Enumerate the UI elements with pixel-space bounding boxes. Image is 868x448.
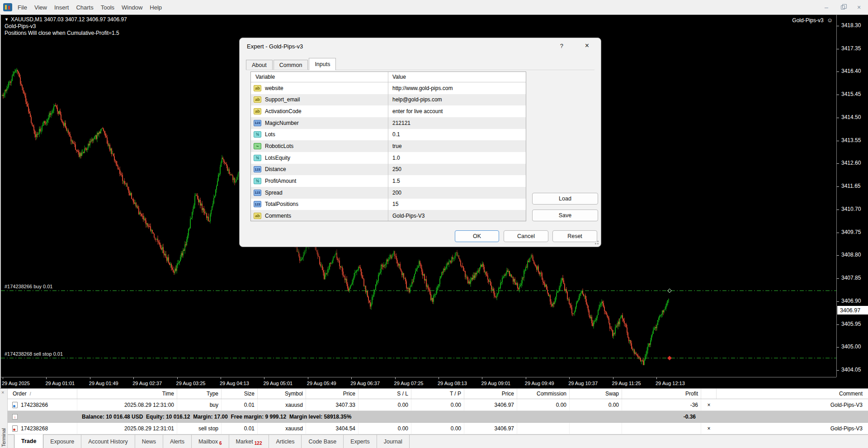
- time-axis-label: 29 Aug 08:13: [438, 381, 467, 386]
- half-type-icon: ½: [254, 155, 261, 161]
- input-row[interactable]: ~RoboticLotstrue: [251, 140, 526, 152]
- terminal-tab-articles[interactable]: Articles: [269, 435, 302, 448]
- orders-col-S / L[interactable]: S / L: [359, 389, 411, 399]
- order-cell: [570, 423, 622, 434]
- ab-type-icon: ab: [254, 96, 261, 103]
- menu-insert[interactable]: Insert: [51, 0, 73, 15]
- dialog-close-icon[interactable]: ×: [585, 42, 589, 50]
- order-row[interactable]: 1742382682025.08.29 12:31:01sell stop0.0…: [8, 423, 868, 434]
- order-id-text: 174238268: [21, 425, 48, 432]
- input-value-cell[interactable]: 1.0: [388, 152, 526, 164]
- price-axis-label: 3412.60: [841, 160, 861, 166]
- load-button[interactable]: Load: [532, 193, 598, 205]
- dialog-help-button[interactable]: ?: [560, 43, 563, 49]
- time-axis-label: 29 Aug 01:49: [89, 381, 118, 386]
- terminal-tab-journal[interactable]: Journal: [377, 435, 410, 448]
- price-axis-tick: [837, 26, 839, 26]
- menu-file[interactable]: File: [14, 0, 31, 15]
- restore-button[interactable]: [839, 4, 846, 11]
- input-value-cell[interactable]: http://www.gold-pips.com: [388, 82, 526, 94]
- input-row[interactable]: abActivationCodeenter for live account: [251, 105, 526, 117]
- input-row[interactable]: ½ProfitAmount1.5: [251, 175, 526, 187]
- close-order-button[interactable]: ×: [701, 399, 717, 410]
- orders-col-close[interactable]: [701, 389, 717, 399]
- input-row[interactable]: 123TotalPositions15: [251, 199, 526, 210]
- orders-col-Price[interactable]: Price: [464, 389, 517, 399]
- dialog-tab-inputs[interactable]: Inputs: [309, 58, 336, 70]
- terminal-tab-trade[interactable]: Trade: [14, 434, 43, 448]
- reset-button[interactable]: Reset: [552, 230, 597, 242]
- orders-col-Order[interactable]: Order/: [8, 389, 77, 399]
- orders-col-Type[interactable]: Type: [177, 389, 222, 399]
- dialog-tab-common[interactable]: Common: [274, 60, 308, 70]
- input-row[interactable]: ½LotsEquity1.0: [251, 152, 526, 164]
- save-button[interactable]: Save: [532, 210, 598, 221]
- resize-grip[interactable]: [594, 240, 599, 244]
- price-axis-label: 3413.55: [841, 137, 861, 143]
- dialog-title: Expert - Gold-Pips-v3: [247, 43, 303, 50]
- input-value-cell[interactable]: 200: [388, 187, 526, 199]
- sort-ascending-icon: /: [30, 391, 31, 396]
- input-value-cell[interactable]: 1.5: [388, 175, 526, 187]
- minimize-button[interactable]: –: [823, 4, 830, 11]
- input-row[interactable]: 123MagicNumber212121: [251, 117, 526, 129]
- menu-help[interactable]: Help: [146, 0, 165, 15]
- terminal-close-icon[interactable]: ×: [1, 390, 4, 395]
- input-variable-cell: abSupport_email: [251, 94, 388, 106]
- input-value-cell[interactable]: true: [388, 140, 526, 152]
- input-value-cell[interactable]: help@gold-pips.com: [388, 94, 526, 106]
- terminal-tab-code-base[interactable]: Code Base: [302, 435, 344, 448]
- close-order-button[interactable]: ×: [701, 423, 717, 434]
- terminal-tab-account-history[interactable]: Account History: [81, 435, 135, 448]
- menu-window[interactable]: Window: [118, 0, 146, 15]
- terminal-tab-market[interactable]: Market122: [229, 435, 269, 448]
- order-cell-id: 174238266: [8, 399, 77, 410]
- order-cell: 0.00: [411, 423, 464, 434]
- unread-count-badge: 122: [255, 441, 262, 448]
- menu-charts[interactable]: Charts: [72, 0, 97, 15]
- orders-col-T / P[interactable]: T / P: [411, 389, 464, 399]
- time-axis[interactable]: 29 Aug 202529 Aug 01:0129 Aug 01:4929 Au…: [1, 377, 836, 388]
- input-row[interactable]: 123Distance250: [251, 164, 526, 176]
- terminal-tab-experts[interactable]: Experts: [344, 435, 377, 448]
- input-row[interactable]: abSupport_emailhelp@gold-pips.com: [251, 94, 526, 106]
- ok-button[interactable]: OK: [455, 230, 499, 242]
- orders-col-Profit[interactable]: Profit: [622, 389, 701, 399]
- input-row[interactable]: abCommentsGold-Pips-V3: [251, 210, 526, 221]
- input-value-cell[interactable]: 212121: [388, 117, 526, 129]
- input-value-cell[interactable]: enter for live account: [388, 105, 526, 117]
- terminal-tab-mailbox[interactable]: Mailbox6: [192, 435, 229, 448]
- orders-col-Size[interactable]: Size: [222, 389, 258, 399]
- ea-smiley-icon[interactable]: ☺: [827, 17, 833, 24]
- terminal-tab-alerts[interactable]: Alerts: [163, 435, 192, 448]
- input-value-cell[interactable]: Gold-Pips-V3: [388, 210, 526, 221]
- input-row[interactable]: ½Lots0.1: [251, 129, 526, 141]
- dialog-tab-about[interactable]: About: [246, 60, 273, 70]
- symbol-dropdown-icon[interactable]: ▼: [5, 17, 9, 22]
- expert-dialog[interactable]: Expert - Gold-Pips-v3 ? × AboutCommonInp…: [239, 38, 601, 247]
- menu-tools[interactable]: Tools: [97, 0, 118, 15]
- time-axis-tick: [351, 377, 352, 379]
- input-row[interactable]: 123Spread200: [251, 187, 526, 199]
- orders-col-Swap[interactable]: Swap: [570, 389, 622, 399]
- orders-col-Symbol[interactable]: Symbol: [258, 389, 306, 399]
- order-row[interactable]: 1742382662025.08.29 12:31:00buy0.01xauus…: [8, 399, 868, 411]
- orders-col-Time[interactable]: Time: [77, 389, 177, 399]
- orders-col-Commission[interactable]: Commission: [517, 389, 570, 399]
- terminal-tab-news[interactable]: News: [135, 435, 163, 448]
- cancel-button[interactable]: Cancel: [504, 230, 548, 242]
- price-axis[interactable]: 3418.303417.353416.403415.453414.503413.…: [836, 15, 868, 377]
- orders-col-Price[interactable]: Price: [306, 389, 359, 399]
- input-value-cell[interactable]: 250: [388, 164, 526, 176]
- balance-row[interactable]: ↓Balance: 10 016.48 USD Equity: 10 016.1…: [8, 411, 868, 423]
- orders-table: Order/TimeTypeSizeSymbolPriceS / LT / PP…: [8, 389, 868, 434]
- 123-type-icon: 123: [254, 166, 261, 172]
- input-value-cell[interactable]: 15: [388, 199, 526, 210]
- input-row[interactable]: abwebsitehttp://www.gold-pips.com: [251, 82, 526, 94]
- terminal-tab-exposure[interactable]: Exposure: [43, 435, 81, 448]
- menu-view[interactable]: View: [31, 0, 51, 15]
- input-value-cell[interactable]: 0.1: [388, 129, 526, 141]
- orders-col-Comment[interactable]: Comment: [717, 389, 868, 399]
- close-button[interactable]: ×: [855, 4, 863, 11]
- price-axis-label: 3404.05: [841, 367, 861, 373]
